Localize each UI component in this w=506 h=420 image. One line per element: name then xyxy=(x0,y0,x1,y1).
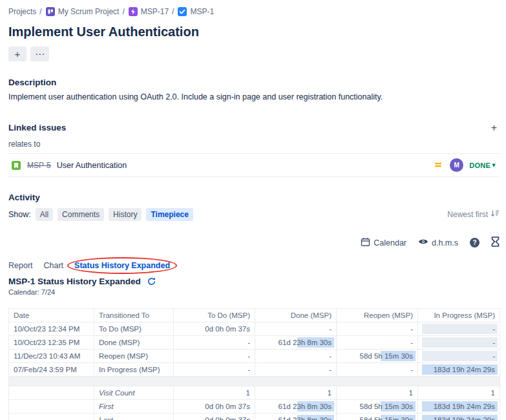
linked-issue-row[interactable]: MSP-5 User Authentication M DONE ▾ xyxy=(8,153,500,177)
breadcrumb-project[interactable]: My Scrum Project xyxy=(45,6,120,17)
breadcrumb-issue[interactable]: MSP-1 xyxy=(177,6,214,17)
timepiece-toolbar: Calendar d.h.m.s ? xyxy=(8,236,500,249)
cell-text: 1 xyxy=(328,389,332,397)
cell-text: 1 xyxy=(491,389,495,397)
column-header: Done (MSP) xyxy=(255,309,337,322)
history-row: 10/Oct/23 12:34 PMTo Do (MSP)0d 0h 0m 37… xyxy=(9,322,500,336)
cell-text: - xyxy=(248,339,250,346)
cell-text: 61d 23h 8m 30s xyxy=(279,403,332,410)
table-cell: 183d 19h 24m 29s xyxy=(418,414,500,420)
table-cell: 61d 23h 8m 30s xyxy=(255,414,337,420)
breadcrumb-epic[interactable]: MSP-17 xyxy=(128,6,169,17)
cell-text: - xyxy=(492,352,495,360)
description-text: Implement user authentication using OAut… xyxy=(8,92,500,103)
summary-row: Visit Count1111 xyxy=(9,386,500,400)
duration-bar xyxy=(422,324,498,334)
table-cell: - xyxy=(255,350,337,363)
refresh-icon[interactable] xyxy=(147,277,156,286)
priority-medium-icon xyxy=(434,160,444,171)
table-cell: 0d 0h 0m 37s xyxy=(174,414,255,420)
activity-filter-bar: Show: All Comments History Timepiece New… xyxy=(8,208,500,221)
filter-comments[interactable]: Comments xyxy=(58,208,104,221)
cell-text: 1 xyxy=(246,389,250,397)
link-relation-label: relates to xyxy=(8,140,500,149)
sort-order-label: Newest first xyxy=(447,210,488,219)
calendar-label: Calendar xyxy=(374,238,406,247)
tab-status-history-expanded[interactable]: Status History Expanded xyxy=(74,261,170,270)
time-format-label: d.h.m.s xyxy=(432,238,458,247)
table-cell: Reopen (MSP) xyxy=(94,350,174,363)
cell-text: - xyxy=(410,325,413,333)
cell-text: 0d 0h 0m 37s xyxy=(205,416,250,420)
breadcrumb: Projects / My Scrum Project / MSP-17 / M… xyxy=(8,6,500,17)
table-cell: - xyxy=(418,336,500,350)
duration-bar xyxy=(422,351,498,361)
chevron-down-icon: ▾ xyxy=(492,161,496,169)
cell-text: 07/Feb/24 3:59 PM xyxy=(14,366,77,373)
table-cell: 58d 5h 15m 30s xyxy=(337,400,418,414)
table-cell: 11/Dec/23 10:43 AM xyxy=(9,350,94,363)
cell-text: 58d 5h 15m 30s xyxy=(360,403,413,410)
cell-text: In Progress (MSP) xyxy=(99,366,160,373)
table-header-row: DateTransitioned ToTo Do (MSP)Done (MSP)… xyxy=(9,309,500,322)
table-cell: - xyxy=(337,336,418,350)
cell-text: 0d 0h 0m 37s xyxy=(205,403,250,410)
breadcrumb-separator: / xyxy=(172,7,174,16)
add-linked-issue-button[interactable]: + xyxy=(489,123,500,132)
table-cell: 10/Oct/23 12:35 PM xyxy=(9,336,94,350)
cell-text: 183d 19h 24m 29s xyxy=(434,366,495,373)
filter-all[interactable]: All xyxy=(36,208,53,221)
table-body: 10/Oct/23 12:34 PMTo Do (MSP)0d 0h 0m 37… xyxy=(9,322,500,420)
history-row: 11/Dec/23 10:43 AMReopen (MSP)--58d 5h 1… xyxy=(9,350,500,363)
time-format-control[interactable]: d.h.m.s xyxy=(418,238,458,247)
cell-text: - xyxy=(492,325,495,333)
linked-issue-summary[interactable]: User Authentication xyxy=(57,161,127,170)
table-cell: In Progress (MSP) xyxy=(94,363,174,377)
filter-history[interactable]: History xyxy=(109,208,142,221)
filter-timepiece[interactable]: Timepiece xyxy=(146,208,193,221)
table-cell: 58d 5h 15m 30s xyxy=(337,414,418,420)
cell-text: - xyxy=(248,352,250,360)
status-history-table: DateTransitioned ToTo Do (MSP)Done (MSP)… xyxy=(8,308,500,420)
cell-text: 61d 23h 8m 30s xyxy=(279,339,332,346)
status-dropdown[interactable]: DONE ▾ xyxy=(469,161,497,169)
activity-heading: Activity xyxy=(8,193,500,202)
history-row: 10/Oct/23 12:35 PMDone (MSP)-61d 23h 8m … xyxy=(9,336,500,350)
cell-text: - xyxy=(248,366,250,373)
tab-chart[interactable]: Chart xyxy=(44,261,64,270)
cell-text: 10/Oct/23 12:35 PM xyxy=(14,339,79,346)
table-cell: 0d 0h 0m 37s xyxy=(174,400,255,414)
linked-issues-heading: Linked issues xyxy=(8,123,66,132)
add-button[interactable]: + xyxy=(8,47,26,61)
breadcrumb-separator: / xyxy=(39,7,41,16)
timepiece-tabs: Report Chart Status History Expanded xyxy=(8,261,500,270)
table-cell: - xyxy=(337,322,418,336)
help-icon[interactable]: ? xyxy=(470,238,480,247)
description-heading: Description xyxy=(8,78,500,87)
table-cell: 1 xyxy=(255,386,337,400)
summary-label-cell: Last xyxy=(94,414,174,420)
cell-text: 183d 19h 24m 29s xyxy=(434,403,495,410)
linked-issue-key[interactable]: MSP-5 xyxy=(27,161,51,170)
report-header: MSP-1 Status History Expanded xyxy=(8,277,500,286)
linked-issues-header: Linked issues + xyxy=(8,123,500,132)
epic-issue-icon xyxy=(128,6,138,17)
breadcrumb-projects[interactable]: Projects xyxy=(8,7,36,16)
sort-order-control[interactable]: Newest first xyxy=(447,209,500,220)
table-cell: - xyxy=(174,336,255,350)
cell-text: - xyxy=(329,366,332,373)
table-cell: 1 xyxy=(337,386,418,400)
table-cell: - xyxy=(255,322,337,336)
more-actions-button[interactable]: ⋯ xyxy=(30,47,49,61)
cell-text: 10/Oct/23 12:34 PM xyxy=(14,325,79,333)
breadcrumb-issue-label: MSP-1 xyxy=(190,7,214,16)
table-cell: - xyxy=(174,363,255,377)
cell-text: Done (MSP) xyxy=(99,339,140,346)
table-cell xyxy=(9,400,94,414)
breadcrumb-separator: / xyxy=(122,7,124,16)
sort-descending-icon xyxy=(490,209,500,220)
cell-text: 58d 5h 15m 30s xyxy=(360,416,413,420)
tab-report[interactable]: Report xyxy=(8,261,33,270)
cell-text: 183d 19h 24m 29s xyxy=(434,416,495,420)
calendar-control[interactable]: Calendar xyxy=(361,237,406,249)
